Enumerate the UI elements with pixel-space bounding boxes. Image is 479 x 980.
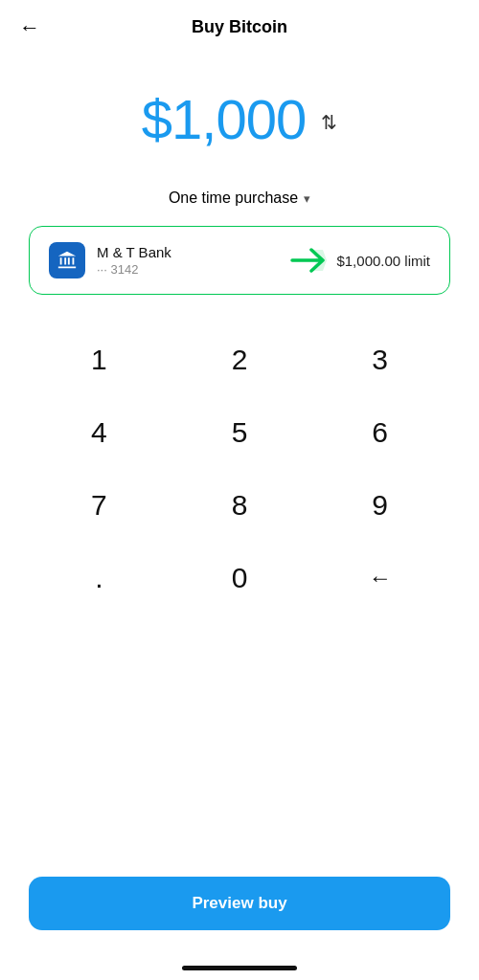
chevron-down-icon: ▾ <box>304 191 310 206</box>
bank-info-left: M & T Bank ··· 3142 <box>49 242 171 278</box>
preview-buy-button[interactable]: Preview buy <box>29 877 450 930</box>
key-3[interactable]: 3 <box>309 323 450 396</box>
amount-display: $1,000 <box>142 87 306 151</box>
bank-icon <box>49 242 85 278</box>
page-title: Buy Bitcoin <box>192 17 287 37</box>
back-button[interactable]: ← <box>19 15 40 40</box>
bank-account-card[interactable]: M & T Bank ··· 3142 $1,000.00 limit <box>29 226 450 295</box>
key-4[interactable]: 4 <box>29 396 170 469</box>
key-9[interactable]: 9 <box>309 469 450 542</box>
back-icon: ← <box>19 15 40 40</box>
bank-name: M & T Bank <box>97 244 171 260</box>
key-0[interactable]: 0 <box>170 542 310 614</box>
key-5[interactable]: 5 <box>170 396 310 469</box>
key-1[interactable]: 1 <box>29 323 170 396</box>
key-7[interactable]: 7 <box>29 469 170 542</box>
numpad: 1 2 3 4 5 6 7 8 9 . 0 ← <box>29 323 450 614</box>
bank-account-number: ··· 3142 <box>97 262 171 277</box>
purchase-type-selector[interactable]: One time purchase ▾ <box>169 189 310 207</box>
swap-icon[interactable]: ⇅ <box>321 113 337 132</box>
bank-limit-section: $1,000.00 limit <box>290 248 430 273</box>
key-2[interactable]: 2 <box>170 323 310 396</box>
bank-details: M & T Bank ··· 3142 <box>97 244 171 277</box>
home-indicator <box>182 966 297 970</box>
key-8[interactable]: 8 <box>170 469 310 542</box>
key-6[interactable]: 6 <box>309 396 450 469</box>
key-decimal[interactable]: . <box>29 542 170 614</box>
header: ← Buy Bitcoin <box>0 0 479 49</box>
amount-section: $1,000 ⇅ <box>0 87 479 151</box>
bank-limit-text: $1,000.00 limit <box>336 253 430 269</box>
purchase-type-label: One time purchase <box>169 189 298 207</box>
key-backspace[interactable]: ← <box>309 542 450 614</box>
arrow-right-icon <box>290 248 327 273</box>
